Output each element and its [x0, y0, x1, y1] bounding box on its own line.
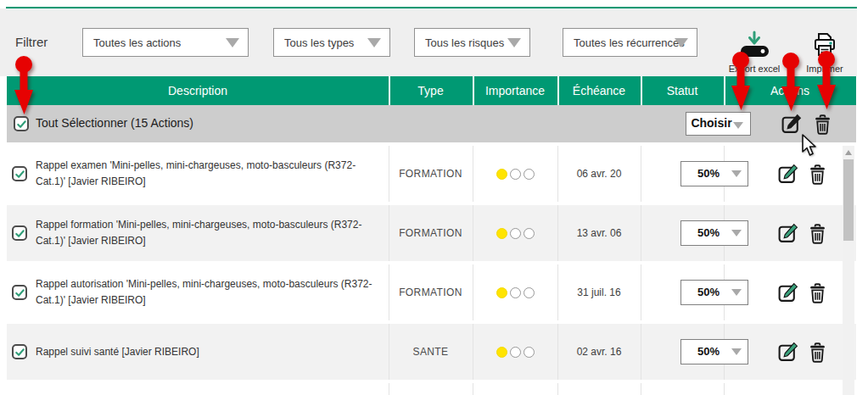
check-icon [15, 118, 28, 131]
check-icon [14, 227, 26, 240]
status-select[interactable]: 50% [680, 280, 748, 305]
annotation-arrow-select-all [11, 56, 36, 116]
edit-pencil-icon [781, 114, 802, 135]
importance-dot [496, 347, 507, 358]
importance-indicator [473, 205, 557, 261]
filter-actions-dropdown[interactable]: Toutes les actions [82, 28, 249, 57]
status-select[interactable]: 50% [680, 339, 748, 364]
importance-dot [496, 228, 507, 239]
row-due-date: 13 avr. 06 [557, 205, 641, 261]
column-header-type: Type [389, 76, 473, 105]
importance-dot [496, 169, 507, 180]
annotation-arrow-edit [778, 53, 804, 113]
chevron-down-icon [731, 289, 742, 296]
check-icon [14, 168, 26, 181]
row-checkbox[interactable] [12, 344, 27, 359]
importance-indicator [473, 324, 557, 380]
status-select[interactable]: 50% [680, 220, 748, 246]
row-description: Rappel autorisation 'Mini-pelles, mini-c… [36, 264, 382, 320]
table-row[interactable]: Rappel autorisation 'Mini-pelles, mini-c… [7, 264, 856, 320]
table-row[interactable]: Rappel examen 'Mini-pelles, mini-chargeu… [7, 146, 856, 202]
filter-types-dropdown[interactable]: Tous les types [273, 28, 390, 57]
select-all-checkbox[interactable] [14, 116, 29, 131]
row-type: FORMATION [389, 205, 473, 261]
importance-dot [510, 347, 521, 358]
row-description: Rappel suivi santé [Javier RIBEIRO] [36, 324, 382, 380]
importance-dot [510, 287, 521, 298]
table-row[interactable]: Rappel formation 'Mini-pelles, mini-char… [7, 205, 856, 261]
row-checkbox[interactable] [12, 166, 27, 181]
row-due-date: 02 avr. 16 [557, 324, 641, 380]
table-row-partial [7, 383, 856, 395]
choisir-value: Choisir [686, 116, 736, 130]
edit-pencil-icon [777, 223, 798, 244]
importance-dot [524, 347, 535, 358]
check-icon [14, 346, 26, 359]
chevron-down-icon [675, 38, 688, 47]
select-all-label: Tout Sélectionner (15 Actions) [36, 116, 193, 130]
status-choisir-dropdown[interactable]: Choisir [686, 112, 751, 136]
edit-button[interactable] [777, 282, 798, 307]
annotation-arrow-delete [814, 51, 839, 111]
scrollbar-thumb[interactable] [843, 159, 854, 241]
edit-pencil-icon [777, 164, 798, 185]
chevron-down-icon [507, 38, 521, 47]
chevron-down-icon [731, 170, 742, 177]
row-checkbox[interactable] [12, 225, 27, 241]
importance-dot [496, 287, 507, 298]
row-description: Rappel examen 'Mini-pelles, mini-chargeu… [36, 146, 382, 202]
filter-risks-dropdown[interactable]: Tous les risques [414, 28, 530, 57]
edit-pencil-icon [777, 342, 798, 363]
filter-recurrences-dropdown[interactable]: Toutes les récurrences [563, 28, 697, 57]
status-select[interactable]: 50% [680, 161, 748, 186]
row-due-date: 31 juil. 16 [557, 264, 641, 320]
table-row[interactable]: Rappel suivi santé [Javier RIBEIRO] SANT… [7, 324, 856, 380]
edit-pencil-icon [777, 282, 798, 303]
row-type: FORMATION [389, 264, 473, 320]
column-header-echeance: Échéance [557, 76, 641, 105]
edit-button[interactable] [777, 342, 798, 366]
row-type: FORMATION [389, 146, 473, 202]
importance-dot [510, 169, 521, 180]
table-body: Rappel examen 'Mini-pelles, mini-chargeu… [7, 146, 856, 395]
filter-risks-value: Tous les risques [425, 36, 504, 49]
vertical-scrollbar[interactable] [843, 146, 854, 395]
importance-dot [510, 228, 521, 239]
chevron-down-icon [733, 122, 743, 129]
chevron-down-icon [731, 348, 742, 355]
filter-actions-value: Toutes les actions [93, 36, 181, 49]
chevron-down-icon [367, 38, 381, 47]
importance-dot [524, 228, 535, 239]
scroll-up-triangle-icon[interactable] [845, 150, 852, 155]
importance-indicator [473, 264, 557, 320]
actions-page: Filtrer Toutes les actions Tous les type… [0, 0, 868, 395]
importance-dot [524, 287, 535, 298]
delete-button[interactable] [808, 223, 827, 248]
status-value: 50% [681, 286, 736, 298]
column-header-importance: Importance [473, 76, 557, 105]
column-header-description: Description [7, 76, 389, 105]
edit-button[interactable] [777, 164, 798, 188]
delete-button[interactable] [808, 342, 827, 366]
row-due-date: 06 avr. 20 [557, 146, 641, 202]
edit-button[interactable] [777, 223, 798, 248]
delete-button[interactable] [808, 164, 827, 188]
row-checkbox[interactable] [12, 285, 27, 300]
filter-types-value: Tous les types [284, 36, 354, 49]
importance-dot [524, 169, 535, 180]
chevron-down-icon [226, 38, 239, 47]
trash-icon [808, 164, 827, 185]
annotation-arrow-choisir [728, 52, 753, 112]
row-description: Rappel formation 'Mini-pelles, mini-char… [36, 205, 382, 261]
trash-icon [808, 342, 827, 363]
mouse-cursor [801, 134, 818, 158]
filter-label: Filtrer [15, 35, 48, 49]
check-icon [14, 287, 26, 299]
importance-indicator [473, 146, 557, 202]
row-type: SANTE [389, 324, 473, 380]
delete-button[interactable] [808, 282, 827, 307]
bulk-edit-button[interactable] [781, 114, 802, 138]
trash-icon [813, 114, 832, 135]
status-value: 50% [681, 345, 736, 358]
column-header-statut: Statut [641, 76, 724, 105]
